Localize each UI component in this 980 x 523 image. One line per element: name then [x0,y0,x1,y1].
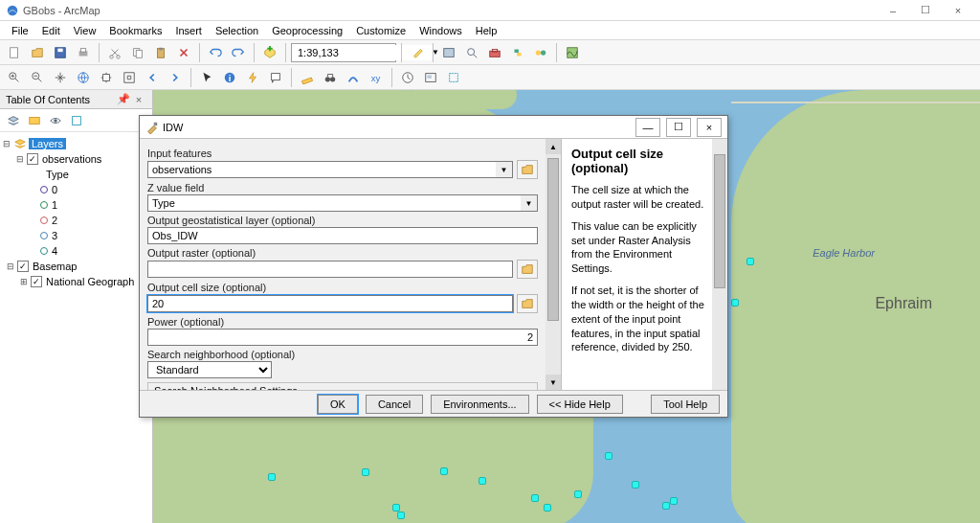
delete-button[interactable] [173,42,194,63]
arctoolbox-button[interactable] [484,42,505,63]
list-by-source-button[interactable] [25,111,44,130]
window-minimize-button[interactable]: – [877,2,909,19]
layer-visibility-checkbox[interactable]: ✓ [27,153,38,165]
select-features-button[interactable] [443,67,464,88]
dialog-close-button[interactable]: × [697,118,722,137]
find-route-button[interactable] [343,67,364,88]
editor-toolbar-icon[interactable] [407,42,428,63]
full-extent-button[interactable] [73,67,94,88]
z-value-field[interactable] [147,194,521,212]
tool-help-button[interactable]: Tool Help [651,395,720,414]
pin-icon[interactable]: 📌 [116,93,131,105]
back-extent-button[interactable] [142,67,163,88]
geostatistical-analyst-button[interactable] [562,42,583,63]
paste-button[interactable] [150,42,171,63]
expand-icon[interactable]: ⊞ [19,277,29,286]
hyperlink-button[interactable] [242,67,263,88]
tree-item-observations[interactable]: ⊟ ✓ observations [2,151,150,167]
input-features-dropdown[interactable]: ▼ [496,161,513,178]
save-button[interactable] [50,42,71,63]
legend-class-4[interactable]: 4 [2,243,150,259]
pan-button[interactable] [50,67,71,88]
time-slider-button[interactable] [397,67,418,88]
legend-class-3[interactable]: 3 [2,228,150,243]
tree-item-basemap[interactable]: ⊟ ✓ Basemap [2,259,150,274]
output-cell-field[interactable] [147,295,513,312]
dialog-maximize-button[interactable]: ☐ [666,118,691,137]
list-by-selection-button[interactable] [67,111,86,130]
search-window-button[interactable] [461,42,482,63]
create-viewer-button[interactable] [420,67,441,88]
browse-cell-button[interactable] [517,294,538,313]
menu-view[interactable]: View [68,23,102,38]
collapse-icon[interactable]: ⊟ [2,139,11,148]
identify-button[interactable]: i [219,67,240,88]
dialog-minimize-button[interactable]: — [635,118,660,137]
go-to-xy-button[interactable]: xy [366,67,387,88]
browse-input-button[interactable] [517,160,538,179]
menu-file[interactable]: File [6,23,34,38]
scroll-up-arrow[interactable]: ▲ [546,139,561,154]
help-scrollbar[interactable] [712,139,727,390]
print-button[interactable] [73,42,94,63]
hide-help-button[interactable]: << Hide Help [537,395,623,414]
scroll-down-arrow[interactable]: ▼ [546,375,561,390]
copy-button[interactable] [127,42,148,63]
layer-visibility-checkbox[interactable]: ✓ [31,276,42,287]
browse-raster-button[interactable] [517,260,538,279]
cancel-button[interactable]: Cancel [366,395,423,414]
menu-windows[interactable]: Windows [413,23,468,38]
redo-button[interactable] [228,42,249,63]
zoom-in-button[interactable] [4,67,25,88]
cut-button[interactable] [104,42,125,63]
menu-insert[interactable]: Insert [169,23,208,38]
tree-root-layers[interactable]: ⊟ Layers [2,136,150,151]
map-scale-combo[interactable]: ▼ [291,43,396,62]
search-neighborhood-select[interactable]: Standard [147,361,272,378]
output-geo-field[interactable] [147,227,538,244]
menu-bookmarks[interactable]: Bookmarks [103,23,167,38]
legend-class-1[interactable]: 1 [2,197,150,213]
collapse-icon[interactable]: ⊟ [15,154,25,164]
output-raster-field[interactable] [147,261,513,278]
power-field[interactable] [147,329,538,346]
layer-visibility-checkbox[interactable]: ✓ [17,261,29,272]
list-by-drawing-order-button[interactable] [4,111,23,130]
add-data-button[interactable] [259,42,280,63]
tree-item-natgeo[interactable]: ⊞ ✓ National Geograph [2,274,150,289]
input-features-field[interactable] [147,161,496,178]
menu-geoprocessing[interactable]: Geoprocessing [266,23,348,38]
menu-help[interactable]: Help [470,23,503,38]
list-by-visibility-button[interactable] [46,111,65,130]
modelbuilder-button[interactable] [530,42,551,63]
new-doc-button[interactable] [4,42,25,63]
ok-button[interactable]: OK [318,395,358,414]
dialog-title-bar[interactable]: IDW — ☐ × [140,116,727,139]
menu-customize[interactable]: Customize [350,23,412,38]
window-maximize-button[interactable]: ☐ [909,2,942,19]
menu-selection[interactable]: Selection [210,23,264,38]
open-button[interactable] [27,42,48,63]
find-button[interactable] [320,67,341,88]
forward-extent-button[interactable] [165,67,186,88]
environments-button[interactable]: Environments... [431,395,528,414]
legend-class-2[interactable]: 2 [2,213,150,228]
scroll-thumb[interactable] [547,158,559,321]
html-popup-button[interactable] [265,67,286,88]
form-scrollbar[interactable]: ▲ ▼ [546,139,561,390]
collapse-icon[interactable]: ⊟ [6,262,15,271]
undo-button[interactable] [205,42,226,63]
fixed-zoom-in-button[interactable] [96,67,117,88]
menu-edit[interactable]: Edit [36,23,66,38]
close-panel-button[interactable]: × [131,94,146,105]
scroll-thumb[interactable] [714,154,725,288]
catalog-window-button[interactable] [438,42,459,63]
z-value-dropdown[interactable]: ▼ [521,194,538,212]
fixed-zoom-out-button[interactable] [119,67,140,88]
zoom-out-button[interactable] [27,67,48,88]
legend-class-0[interactable]: 0 [2,182,150,197]
measure-button[interactable] [297,67,318,88]
python-window-button[interactable] [507,42,528,63]
select-elements-button[interactable] [196,67,217,88]
window-close-button[interactable]: × [942,2,974,19]
